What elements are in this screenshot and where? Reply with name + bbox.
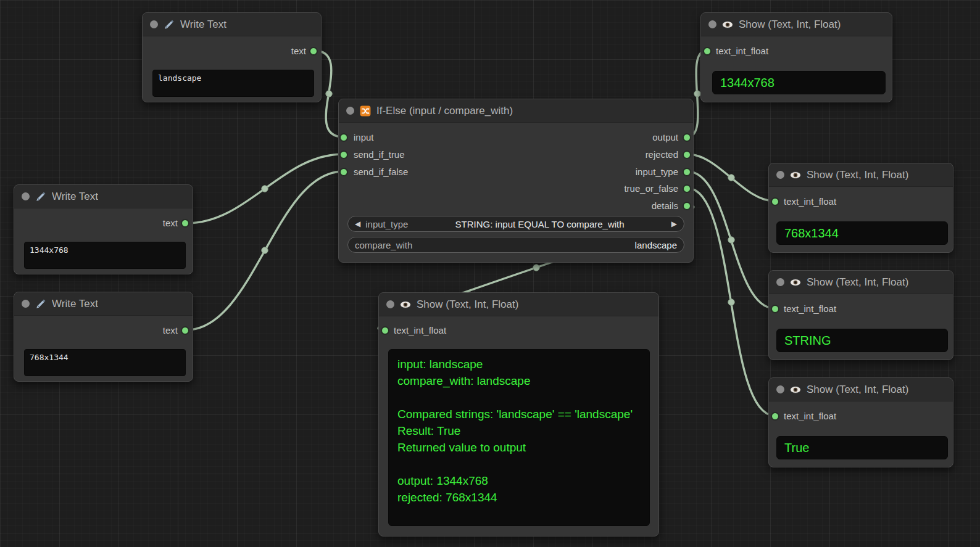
eye-icon bbox=[790, 170, 801, 181]
output-port[interactable] bbox=[181, 220, 189, 227]
link-midpoint-dot bbox=[728, 237, 734, 243]
collapse-dot[interactable] bbox=[346, 107, 354, 115]
node-titlebar[interactable]: Write Text bbox=[14, 185, 193, 208]
node-show-rejected[interactable]: Show (Text, Int, Float) text_int_float 7… bbox=[768, 163, 953, 253]
combo-widget-input-type[interactable]: ◀ input_type STRING: input EQUAL TO comp… bbox=[347, 216, 684, 232]
node-titlebar[interactable]: If-Else (input / compare_with) bbox=[339, 99, 693, 123]
combo-value: STRING: input EQUAL TO compare_with bbox=[413, 219, 666, 229]
eye-icon bbox=[790, 384, 801, 395]
link-midpoint-dot bbox=[694, 91, 700, 97]
node-titlebar[interactable]: Show (Text, Int, Float) bbox=[379, 293, 658, 316]
input-slot-label: text_int_float bbox=[784, 303, 836, 315]
link-midpoint-dot bbox=[728, 299, 734, 305]
node-titlebar[interactable]: Show (Text, Int, Float) bbox=[769, 271, 953, 294]
link-midpoint-dot bbox=[262, 247, 268, 253]
node-title: Write Text bbox=[52, 191, 98, 203]
pen-icon bbox=[35, 191, 46, 202]
node-title: Show (Text, Int, Float) bbox=[807, 384, 908, 396]
combo-prev-arrow[interactable]: ◀ bbox=[355, 220, 360, 228]
collapse-dot[interactable] bbox=[708, 20, 716, 28]
node-write-text-2[interactable]: Write Text text 1344x768 bbox=[14, 184, 193, 274]
node-write-text-3[interactable]: Write Text text 768x1344 bbox=[14, 292, 193, 382]
input-slot-label: send_if_false bbox=[354, 166, 408, 178]
input-slot-label: text_int_float bbox=[394, 324, 446, 337]
combo-next-arrow[interactable]: ▶ bbox=[671, 220, 677, 228]
node-titlebar[interactable]: Write Text bbox=[143, 13, 321, 36]
input-port-input[interactable] bbox=[340, 134, 347, 141]
value-display: STRING bbox=[776, 329, 948, 352]
collapse-dot[interactable] bbox=[150, 20, 158, 28]
value-display: 1344x768 bbox=[712, 71, 886, 94]
output-slot-label: text bbox=[163, 324, 178, 337]
input-port[interactable] bbox=[771, 413, 779, 420]
input-port[interactable] bbox=[771, 305, 779, 313]
collapse-dot[interactable] bbox=[776, 385, 784, 393]
pen-icon bbox=[164, 19, 175, 30]
link-midpoint-dot bbox=[533, 265, 539, 271]
eye-icon bbox=[790, 277, 801, 288]
eye-icon bbox=[722, 19, 733, 30]
output-slot-label: rejected bbox=[646, 149, 678, 161]
pen-icon bbox=[35, 298, 46, 310]
output-port[interactable] bbox=[310, 47, 317, 55]
output-slot-label: details bbox=[652, 200, 678, 212]
text-widget[interactable]: 1344x768 bbox=[24, 242, 186, 269]
output-port[interactable] bbox=[181, 327, 189, 334]
node-title: Show (Text, Int, Float) bbox=[417, 298, 518, 311]
input-port-send-if-true[interactable] bbox=[340, 151, 347, 158]
value-display: 768x1344 bbox=[776, 221, 948, 245]
input-slot-label: input bbox=[354, 131, 374, 144]
collapse-dot[interactable] bbox=[776, 171, 784, 179]
output-port-details[interactable] bbox=[683, 202, 691, 210]
input-port[interactable] bbox=[771, 198, 779, 205]
output-port-input-type[interactable] bbox=[683, 168, 691, 176]
node-show-details[interactable]: Show (Text, Int, Float) text_int_float i… bbox=[378, 292, 659, 537]
input-port-send-if-false[interactable] bbox=[340, 168, 347, 176]
node-titlebar[interactable]: Show (Text, Int, Float) bbox=[769, 163, 953, 187]
node-title: Write Text bbox=[52, 298, 98, 310]
output-slot-label: true_or_false bbox=[624, 183, 678, 195]
node-show-true-or-false[interactable]: Show (Text, Int, Float) text_int_float T… bbox=[768, 377, 953, 467]
node-show-input-type[interactable]: Show (Text, Int, Float) text_int_float S… bbox=[768, 270, 953, 360]
output-port-rejected[interactable] bbox=[683, 151, 691, 158]
output-port-true-or-false[interactable] bbox=[683, 185, 691, 192]
input-slot-label: text_int_float bbox=[784, 195, 836, 208]
node-title: If-Else (input / compare_with) bbox=[376, 105, 513, 117]
link-midpoint-dot bbox=[728, 175, 734, 181]
input-slot-label: send_if_true bbox=[354, 149, 405, 161]
link-midpoint-dot bbox=[326, 91, 332, 97]
input-port[interactable] bbox=[381, 327, 389, 334]
node-show-output[interactable]: Show (Text, Int, Float) text_int_float 1… bbox=[700, 12, 892, 102]
node-title: Show (Text, Int, Float) bbox=[739, 19, 841, 31]
shuffle-icon bbox=[360, 105, 371, 117]
node-titlebar[interactable]: Show (Text, Int, Float) bbox=[701, 13, 892, 36]
output-slot-label: output bbox=[652, 131, 678, 144]
node-if-else[interactable]: If-Else (input / compare_with) input sen… bbox=[338, 99, 694, 263]
node-titlebar[interactable]: Write Text bbox=[14, 292, 193, 316]
output-slot-label: input_type bbox=[636, 166, 678, 178]
collapse-dot[interactable] bbox=[22, 192, 30, 200]
node-title: Write Text bbox=[180, 19, 226, 31]
collapse-dot[interactable] bbox=[776, 278, 784, 286]
input-port[interactable] bbox=[704, 47, 711, 55]
input-slot-label: text_int_float bbox=[716, 45, 768, 57]
node-canvas[interactable]: Write Text text landscape Write Text tex… bbox=[0, 0, 980, 547]
text-widget[interactable]: landscape bbox=[152, 70, 314, 97]
value-display: input: landscape compare_with: landscape… bbox=[388, 349, 650, 526]
field-widget-compare-with[interactable]: compare_with landscape bbox=[347, 237, 684, 253]
eye-icon bbox=[400, 299, 411, 310]
collapse-dot[interactable] bbox=[386, 300, 394, 308]
node-titlebar[interactable]: Show (Text, Int, Float) bbox=[769, 378, 953, 401]
link-midpoint-dot bbox=[262, 186, 268, 192]
collapse-dot[interactable] bbox=[22, 300, 30, 308]
field-value: landscape bbox=[417, 240, 677, 250]
input-slot-label: text_int_float bbox=[784, 410, 836, 422]
output-port-output[interactable] bbox=[683, 134, 691, 141]
combo-label: input_type bbox=[365, 219, 408, 229]
node-title: Show (Text, Int, Float) bbox=[807, 169, 908, 181]
node-write-text-1[interactable]: Write Text text landscape bbox=[142, 12, 322, 102]
output-slot-label: text bbox=[163, 217, 178, 229]
field-label: compare_with bbox=[355, 240, 412, 250]
output-slot-label: text bbox=[291, 45, 306, 57]
text-widget[interactable]: 768x1344 bbox=[24, 349, 186, 376]
